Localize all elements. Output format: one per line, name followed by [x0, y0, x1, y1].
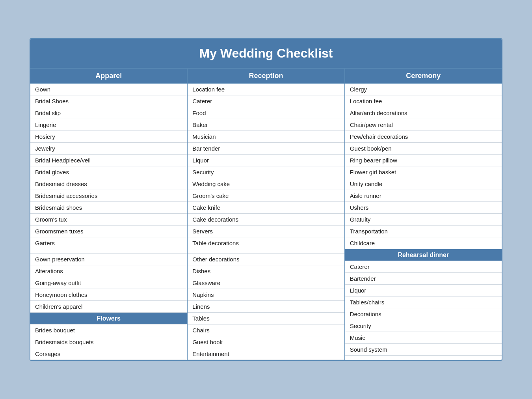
item-2-17: Liquor [345, 285, 502, 296]
item-0-1: Bridal Shoes [30, 95, 187, 107]
item-2-5: Guest book/pen [345, 143, 502, 155]
item-1-1: Caterer [188, 95, 344, 107]
item-1-16: Dishes [188, 265, 344, 277]
item-2-20: Security [345, 320, 502, 332]
item-0-9: Bridesmaid accessories [30, 190, 187, 202]
item-2-3: Chair/pew rental [345, 119, 502, 131]
item-1-20: Tables [188, 313, 344, 324]
item-0-11: Groom's tux [30, 214, 187, 226]
item-2-12: Transportation [345, 226, 502, 237]
item-1-12: Servers [188, 226, 344, 237]
item-1-9: Groom's cake [188, 190, 344, 202]
spacer-0-14 [30, 249, 187, 254]
item-0-13: Garters [30, 237, 187, 249]
column-header-0: Apparel [30, 69, 187, 84]
spacer-1-14 [188, 249, 344, 254]
item-0-23: Corsages [30, 348, 187, 360]
item-0-6: Bridal Headpiece/veil [30, 155, 187, 166]
item-1-21: Chairs [188, 324, 344, 336]
item-1-2: Food [188, 107, 344, 119]
item-1-23: Entertainment [188, 348, 344, 360]
item-1-17: Glassware [188, 277, 344, 289]
item-2-2: Altar/arch decorations [345, 107, 502, 119]
item-1-22: Guest book [188, 336, 344, 348]
column-header-2: Ceremony [345, 69, 502, 84]
item-0-7: Bridal gloves [30, 166, 187, 178]
item-1-3: Baker [188, 119, 344, 131]
item-2-8: Unity candle [345, 178, 502, 190]
main-title: My Wedding Checklist [30, 39, 502, 68]
item-2-9: Aisle runner [345, 190, 502, 202]
item-1-15: Other decorations [188, 254, 344, 265]
item-2-4: Pew/chair decorations [345, 131, 502, 143]
item-2-1: Location fee [345, 95, 502, 107]
item-1-4: Musician [188, 131, 344, 143]
column-header-1: Reception [188, 69, 344, 84]
subheader-2-14: Rehearsal dinner [345, 249, 502, 261]
item-0-18: Honeymoon clothes [30, 289, 187, 301]
item-2-11: Gratuity [345, 214, 502, 226]
item-2-21: Music [345, 332, 502, 344]
item-2-22: Sound system [345, 344, 502, 356]
checklist-container: My Wedding Checklist ApparelGownBridal S… [30, 38, 502, 361]
subheader-0-20: Flowers [30, 313, 187, 324]
item-2-16: Bartender [345, 273, 502, 285]
item-1-8: Wedding cake [188, 178, 344, 190]
item-2-6: Ring bearer pillow [345, 155, 502, 166]
item-1-5: Bar tender [188, 143, 344, 155]
item-1-10: Cake knife [188, 202, 344, 214]
item-0-10: Bridesmaid shoes [30, 202, 187, 214]
item-0-21: Brides bouquet [30, 324, 187, 336]
item-0-16: Alterations [30, 265, 187, 277]
columns-wrapper: ApparelGownBridal ShoesBridal slipLinger… [30, 68, 502, 360]
column-1: ReceptionLocation feeCatererFoodBakerMus… [188, 69, 345, 360]
item-2-7: Flower girl basket [345, 166, 502, 178]
item-1-18: Napkins [188, 289, 344, 301]
item-0-5: Jewelry [30, 143, 187, 155]
item-0-19: Children's apparel [30, 301, 187, 313]
item-1-6: Liquor [188, 155, 344, 166]
item-0-17: Going-away outfit [30, 277, 187, 289]
item-2-13: Childcare [345, 237, 502, 249]
item-0-3: Lingerie [30, 119, 187, 131]
item-0-2: Bridal slip [30, 107, 187, 119]
item-0-0: Gown [30, 84, 187, 95]
item-0-8: Bridesmaid dresses [30, 178, 187, 190]
item-1-11: Cake decorations [188, 214, 344, 226]
item-2-10: Ushers [345, 202, 502, 214]
column-0: ApparelGownBridal ShoesBridal slipLinger… [30, 69, 188, 360]
item-2-18: Tables/chairs [345, 296, 502, 308]
item-2-15: Caterer [345, 261, 502, 273]
item-1-19: Linens [188, 301, 344, 313]
item-1-7: Security [188, 166, 344, 178]
item-0-15: Gown preservation [30, 254, 187, 265]
item-0-22: Bridesmaids bouquets [30, 336, 187, 348]
item-1-0: Location fee [188, 84, 344, 95]
item-0-4: Hosiery [30, 131, 187, 143]
column-2: CeremonyClergyLocation feeAltar/arch dec… [345, 69, 502, 360]
item-2-19: Decorations [345, 308, 502, 320]
item-2-0: Clergy [345, 84, 502, 95]
item-1-13: Table decorations [188, 237, 344, 249]
item-0-12: Groomsmen tuxes [30, 226, 187, 237]
